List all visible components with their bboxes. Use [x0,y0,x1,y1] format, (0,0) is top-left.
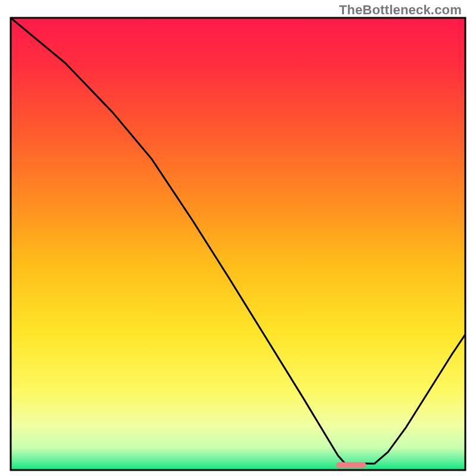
optimal-marker [336,462,366,468]
chart-container: TheBottleneck.com [0,0,476,476]
gradient-background [11,18,465,470]
chart-svg [0,0,476,476]
watermark-text: TheBottleneck.com [339,2,462,18]
